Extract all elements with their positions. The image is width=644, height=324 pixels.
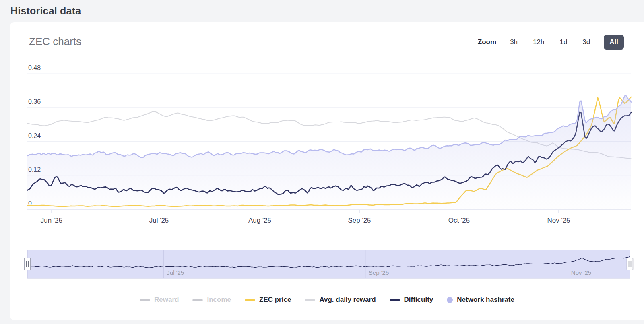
zoom-label: Zoom	[478, 38, 496, 46]
legend-label: Reward	[154, 296, 179, 304]
zoom-controls: Zoom 3h12h1d3dAll	[478, 34, 624, 50]
zoom-option-all[interactable]: All	[604, 35, 624, 50]
zoom-option-12h[interactable]: 12h	[531, 35, 546, 50]
chart-legend: RewardIncomeZEC priceAvg. daily rewardDi…	[10, 296, 644, 304]
legend-item-reward[interactable]: Reward	[140, 296, 179, 304]
x-axis-label: Jun '25	[41, 217, 62, 224]
navigator-axis-label: Sep '25	[369, 269, 389, 276]
charts-card: ZEC charts Zoom 3h12h1d3dAll 00.120.240.…	[10, 22, 644, 320]
reward-marker-icon	[140, 299, 150, 301]
chart-title: ZEC charts	[29, 35, 81, 48]
legend-label: Income	[207, 296, 231, 304]
legend-item-network-hashrate[interactable]: Network hashrate	[447, 296, 514, 304]
legend-item-avg-daily-reward[interactable]: Avg. daily reward	[305, 296, 376, 304]
x-axis-label: Jul '25	[149, 217, 169, 224]
legend-label: Avg. daily reward	[319, 296, 376, 304]
navigator-left-handle[interactable]	[25, 258, 31, 270]
x-axis-label: Aug '25	[248, 217, 271, 224]
historical-chart-plot[interactable]: 00.120.240.360.48Jun '25Jul '25Aug '25Se…	[10, 58, 644, 235]
y-axis-label: 0.48	[28, 64, 41, 71]
legend-item-difficulty[interactable]: Difficulty	[390, 296, 433, 304]
y-axis-label: 0.24	[28, 132, 41, 139]
zoom-option-3d[interactable]: 3d	[581, 35, 592, 50]
legend-label: Difficulty	[404, 296, 433, 304]
page-title: Historical data	[10, 5, 81, 17]
income-marker-icon	[192, 299, 203, 301]
x-axis-label: Sep '25	[348, 217, 371, 224]
difficulty-marker-icon	[390, 299, 400, 301]
zec-price-marker-icon	[245, 299, 255, 301]
y-axis-label: 0.36	[28, 98, 41, 105]
navigator-right-handle[interactable]	[627, 258, 633, 270]
x-axis-label: Nov '25	[547, 217, 570, 224]
network-hashrate-marker-icon	[447, 297, 453, 303]
legend-label: ZEC price	[259, 296, 291, 304]
legend-item-zec-price[interactable]: ZEC price	[245, 296, 291, 304]
navigator-axis-label: Nov '25	[571, 269, 591, 276]
chart-navigator[interactable]: Jul '25Sep '25Nov '25	[10, 248, 644, 286]
x-axis-label: Oct '25	[448, 217, 470, 224]
legend-label: Network hashrate	[457, 296, 514, 304]
legend-item-income[interactable]: Income	[192, 296, 231, 304]
avg-daily-reward-marker-icon	[305, 299, 315, 301]
zoom-option-3h[interactable]: 3h	[508, 35, 519, 50]
zoom-option-1d[interactable]: 1d	[558, 35, 569, 50]
navigator-axis-label: Jul '25	[167, 269, 184, 276]
